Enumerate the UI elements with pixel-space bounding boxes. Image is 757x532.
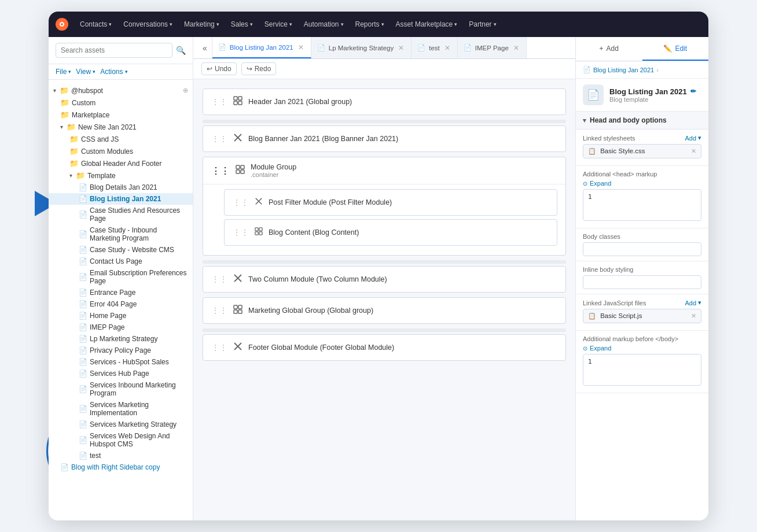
tab-blog-listing[interactable]: 📄 Blog Listing Jan 2021 ✕ [212, 37, 311, 58]
module-header-jan-2021[interactable]: ⋮⋮ Header Jan 2021 (Global group) [203, 88, 566, 115]
nav-marketing[interactable]: Marketing▾ [179, 18, 224, 31]
drag-handle-blog-content[interactable]: ⋮⋮ [233, 228, 249, 237]
sidebar-item-services-marketing-impl[interactable]: 📄 Services Marketing Implementation [49, 399, 193, 419]
svg-rect-4 [234, 101, 237, 105]
expand-body-markup-button[interactable]: ⊙ Expand [583, 345, 701, 352]
tab-close-test[interactable]: ✕ [443, 43, 451, 53]
tab-close-imep[interactable]: ✕ [512, 43, 520, 53]
nav-automation[interactable]: Automation▾ [299, 18, 348, 31]
sidebar-item-global-header[interactable]: 📁 Global Header And Footer [49, 157, 193, 169]
sidebar-item-privacy-policy[interactable]: 📄 Privacy Policy Page [49, 345, 193, 356]
sidebar-item-template[interactable]: ▾ 📁 Template [49, 169, 193, 182]
tab-lp-marketing[interactable]: 📄 Lp Marketing Strategy ✕ [311, 37, 412, 58]
module-blog-content[interactable]: ⋮⋮ Blog Content (Blog Content) [224, 219, 557, 246]
add-js-button[interactable]: Add ▾ [685, 299, 701, 306]
nav-conversations[interactable]: Conversations▾ [119, 18, 177, 31]
body-classes-input[interactable] [583, 242, 701, 256]
sidebar-item-case-study-inbound[interactable]: 📄 Case Study - Inbound Marketing Program [49, 224, 193, 244]
sidebar-item-services-marketing-strategy[interactable]: 📄 Services Marketing Strategy [49, 419, 193, 430]
sidebar-item-custom-modules[interactable]: 📁 Custom Modules [49, 145, 193, 157]
tab-close-blog-listing[interactable]: ✕ [297, 42, 305, 53]
sidebar-item-services-hubspot-sales[interactable]: 📄 Services - HubSpot Sales [49, 356, 193, 368]
module-blog-banner[interactable]: ⋮⋮ Blog Banner Jan 2021 (Blog Banner Jan… [203, 125, 566, 152]
drag-handle-header[interactable]: ⋮⋮ [211, 97, 227, 106]
search-input[interactable] [56, 43, 172, 58]
nav-service[interactable]: Service▾ [260, 18, 297, 31]
module-footer-global[interactable]: ⋮⋮ Footer Global Module (Footer Global M… [203, 334, 566, 361]
module-post-filter[interactable]: ⋮⋮ Post Filter Module (Post Filter Modul… [224, 189, 557, 216]
sidebar-item-home-page[interactable]: 📄 Home Page [49, 310, 193, 322]
svg-rect-3 [238, 97, 242, 100]
drag-handle-two-column[interactable]: ⋮⋮ [211, 275, 227, 284]
redo-icon: ↪ [247, 65, 252, 73]
actions-menu-button[interactable]: Actions▾ [100, 68, 127, 76]
svg-rect-20 [234, 305, 237, 309]
sidebar-item-test[interactable]: 📄 test [49, 450, 193, 461]
drag-handle-group[interactable]: ⋮⋮ [211, 165, 230, 176]
sidebar-item-case-study-website[interactable]: 📄 Case Study - Website CMS [49, 244, 193, 256]
inline-body-styling-input[interactable] [583, 275, 701, 289]
tab-imep[interactable]: 📄 IMEP Page ✕ [458, 37, 527, 58]
sidebar-item-blog-listing[interactable]: 📄 Blog Listing Jan 2021 [49, 193, 193, 205]
x-icon-two-column [233, 274, 242, 285]
sidebar-item-hubspot[interactable]: ▾ 📁 @hubspot ⊕ [49, 84, 193, 97]
nav-sales[interactable]: Sales▾ [226, 18, 258, 31]
remove-stylesheet-button[interactable]: ✕ [691, 147, 696, 155]
nav-contacts[interactable]: Contacts▾ [75, 18, 116, 31]
tabs-collapse-button[interactable]: « [198, 37, 212, 58]
sidebar-item-lp-marketing[interactable]: 📄 Lp Marketing Strategy [49, 333, 193, 345]
nav-asset-marketplace[interactable]: Asset Marketplace▾ [391, 18, 462, 31]
right-panel-add-tab[interactable]: + Add [576, 37, 642, 61]
module-two-column[interactable]: ⋮⋮ Two Column Module (Two Column Module) [203, 266, 566, 293]
sidebar-item-blog-details[interactable]: 📄 Blog Details Jan 2021 [49, 182, 193, 193]
view-menu-button[interactable]: View▾ [76, 68, 95, 76]
sidebar-item-entrance-page[interactable]: 📄 Entrance Page [49, 287, 193, 298]
css-file-icon: 📋 [588, 147, 596, 154]
expand-head-markup-button[interactable]: ⊙ Expand [583, 180, 701, 187]
sidebar-item-services-inbound[interactable]: 📄 Services Inbound Marketing Program [49, 379, 193, 399]
undo-button[interactable]: ↩ Undo [201, 62, 237, 75]
drag-handle-post-filter[interactable]: ⋮⋮ [233, 198, 249, 207]
nav-reports[interactable]: Reports▾ [351, 18, 389, 31]
drag-handle-footer[interactable]: ⋮⋮ [211, 343, 227, 352]
grid-icon-group [236, 165, 245, 176]
module-marketing-global[interactable]: ⋮⋮ Marketing Global Group (Global group) [203, 297, 566, 324]
x-icon-blog-banner [233, 133, 242, 145]
file-menu-button[interactable]: File▾ [56, 68, 71, 76]
hubspot-logo[interactable] [56, 18, 68, 31]
sidebar-toolbar: File▾ View▾ Actions▾ [49, 64, 193, 80]
additional-head-markup-label: Additional <head> markup [583, 171, 701, 178]
sidebar-item-new-site[interactable]: ▾ 📁 New Site Jan 2021 [49, 121, 193, 133]
drag-handle-blog-banner[interactable]: ⋮⋮ [211, 134, 227, 143]
right-panel-edit-tab[interactable]: ✏️ Edit [642, 37, 709, 61]
section-head-body[interactable]: ▾ Head and body options [576, 112, 708, 130]
sidebar-item-email-subscription[interactable]: 📄 Email Subscription Preferences Page [49, 267, 193, 287]
sidebar-item-custom[interactable]: 📁 Custom [49, 97, 193, 109]
tab-close-lp-marketing[interactable]: ✕ [397, 43, 405, 53]
divider-2 [203, 260, 566, 264]
redo-button[interactable]: ↪ Redo [241, 62, 277, 75]
drag-handle-marketing-global[interactable]: ⋮⋮ [211, 306, 227, 315]
sidebar-item-css-js[interactable]: 📁 CSS and JS [49, 133, 193, 145]
head-markup-textarea[interactable]: 1 [583, 189, 701, 221]
sidebar-item-services-web-design[interactable]: 📄 Services Web Design And Hubspot CMS [49, 430, 193, 450]
right-panel-breadcrumb[interactable]: 📄 Blog Listing Jan 2021 › [576, 61, 708, 79]
nav-partner[interactable]: Partner▾ [464, 18, 501, 31]
module-group-header[interactable]: ⋮⋮ Module Group .container [203, 157, 565, 184]
item-edit-icon[interactable]: ✏ [690, 87, 696, 95]
sidebar-item-imep-page[interactable]: 📄 IMEP Page [49, 322, 193, 333]
sidebar-item-contact-us[interactable]: 📄 Contact Us Page [49, 256, 193, 267]
body-markup-textarea[interactable]: 1 [583, 354, 701, 386]
sidebar-item-marketplace[interactable]: 📁 Marketplace [49, 109, 193, 121]
search-icon[interactable]: 🔍 [176, 46, 186, 55]
sidebar-item-blog-sidebar-copy[interactable]: 📄 Blog with Right Sidebar copy [49, 461, 193, 473]
sidebar-item-services-hub[interactable]: 📄 Services Hub Page [49, 368, 193, 379]
sidebar-item-error-404[interactable]: 📄 Error 404 Page [49, 298, 193, 310]
tab-test[interactable]: 📄 test ✕ [411, 37, 458, 58]
add-stylesheet-button[interactable]: Add ▾ [685, 134, 701, 142]
svg-rect-8 [236, 165, 240, 169]
remove-js-button[interactable]: ✕ [691, 312, 696, 320]
sidebar-item-case-studies[interactable]: 📄 Case Studies And Resources Page [49, 205, 193, 224]
divider-3 [203, 328, 566, 332]
sidebar: 🔍 File▾ View▾ Actions▾ ▾ 📁 @h [49, 37, 193, 520]
